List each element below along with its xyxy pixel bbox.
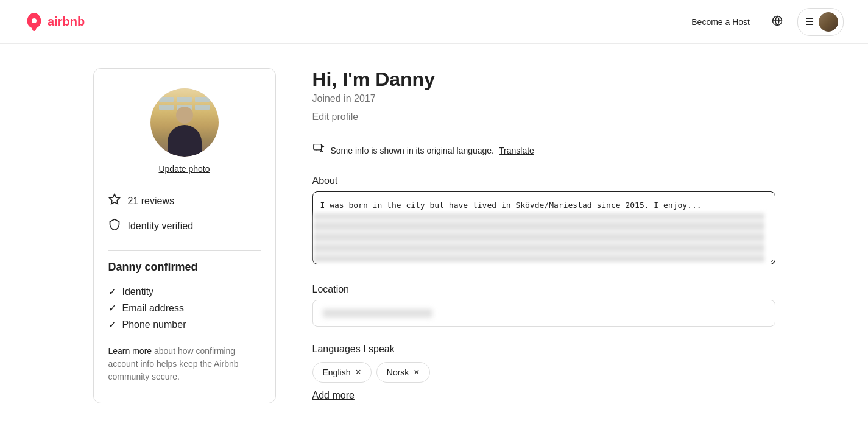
learn-more-section: Learn more about how confirming account … [108,345,261,383]
translate-link[interactable]: Translate [499,146,534,155]
about-section: About I was born in the city but have li… [312,176,775,267]
add-more-languages-button[interactable]: Add more [312,390,355,401]
languages-section: Languages I speak English × Norsk × Add … [312,344,775,401]
english-label: English [323,367,351,377]
remove-norsk-button[interactable]: × [414,367,419,377]
airbnb-logo-icon [24,12,44,32]
check-icon-2: ✓ [108,302,116,314]
profile-photo-section: Update photo [108,88,261,174]
language-tags: English × Norsk × [312,362,775,383]
english-tag: English × [312,362,372,383]
location-input-wrapper[interactable] [312,300,775,327]
profile-content: Hi, I'm Danny Joined in 2017 Edit profil… [312,68,775,403]
update-photo-button[interactable]: Update photo [158,164,210,174]
confirmed-identity-label: Identity [122,286,154,297]
about-textarea[interactable]: I was born in the city but have lived in… [312,191,775,264]
star-icon [108,193,121,208]
avatar [819,12,838,32]
location-blur [323,309,432,318]
translate-icon [312,142,326,158]
confirmed-title: Danny confirmed [108,261,261,274]
edit-profile-button[interactable]: Edit profile [312,112,359,122]
check-icon-3: ✓ [108,319,116,330]
remove-english-button[interactable]: × [355,367,361,377]
svg-point-0 [32,18,37,23]
confirmed-identity: ✓ Identity [108,283,261,300]
translate-notice: Some info is shown in its original langu… [312,142,775,158]
main-content: Update photo 21 reviews Identity verifie… [69,68,800,403]
confirmed-email-label: Email address [122,303,184,314]
reviews-count: 21 reviews [128,196,174,207]
user-menu-button[interactable]: ☰ [797,8,844,36]
profile-card: Update photo 21 reviews Identity verifie… [93,68,276,403]
shield-icon [108,218,121,233]
become-host-button[interactable]: Become a Host [684,12,757,32]
header-right: Become a Host ☰ [684,8,844,36]
confirmed-phone-label: Phone number [122,319,186,330]
check-icon: ✓ [108,286,116,297]
hamburger-icon: ☰ [805,16,814,27]
confirmed-email: ✓ Email address [108,300,261,316]
divider [108,250,261,251]
confirmed-phone: ✓ Phone number [108,316,261,333]
reviews-stat: 21 reviews [108,188,261,213]
profile-stats: 21 reviews Identity verified [108,188,261,238]
location-section: Location [312,284,775,327]
joined-date: Joined in 2017 [312,93,775,104]
languages-label: Languages I speak [312,344,775,355]
confirmed-section: Danny confirmed ✓ Identity ✓ Email addre… [108,261,261,333]
profile-photo [150,88,219,157]
header: airbnb Become a Host ☰ [0,0,868,44]
identity-stat: Identity verified [108,213,261,238]
greeting-title: Hi, I'm Danny [312,68,775,91]
norsk-label: Norsk [387,367,409,377]
confirmed-items-list: ✓ Identity ✓ Email address ✓ Phone numbe… [108,283,261,333]
svg-rect-4 [313,144,321,150]
location-label: Location [312,284,775,295]
learn-more-link[interactable]: Learn more [108,346,152,356]
logo[interactable]: airbnb [24,12,85,32]
svg-marker-3 [109,194,119,204]
norsk-tag: Norsk × [376,362,430,383]
logo-text: airbnb [48,15,85,29]
language-selector-icon[interactable] [767,10,788,34]
identity-verified-label: Identity verified [128,221,194,232]
avatar-image [819,12,838,32]
translate-notice-text: Some info is shown in its original langu… [331,146,495,155]
about-label: About [312,176,775,186]
